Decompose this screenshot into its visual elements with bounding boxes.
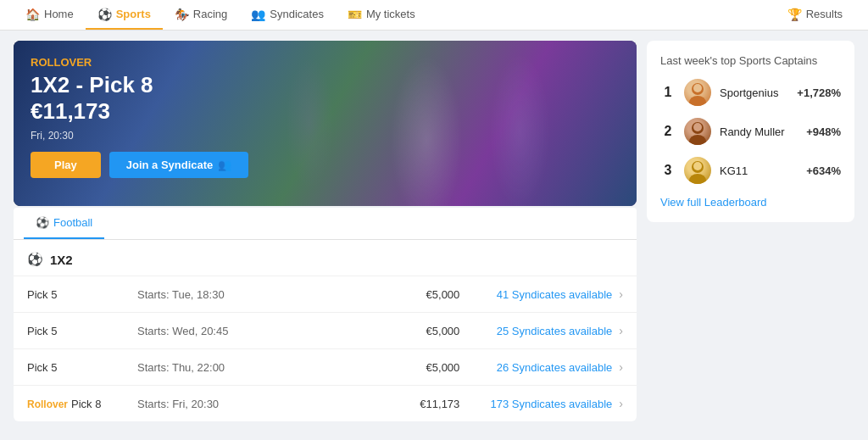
game-prize-4: €11,173 [383, 398, 459, 410]
game-row-3[interactable]: Pick 5 Starts: Thu, 22:00 €5,000 26 Synd… [14, 348, 637, 385]
leader-name-3: KG11 [720, 164, 798, 177]
leader-name-1: Sportgenius [720, 86, 788, 99]
avatar-2 [684, 118, 711, 145]
main-container: Rollover 1X2 - Pick 8 €11,173 Fri, 20:30… [0, 31, 868, 432]
nav-results[interactable]: 🏆 Results [776, 8, 854, 23]
chevron-right-icon-2: › [619, 324, 623, 337]
game-syndicates-2: 25 Syndicates available [459, 325, 612, 337]
nav-racing[interactable]: 🏇 Racing [163, 0, 239, 30]
leader-rank-1: 1 [660, 85, 676, 100]
leaderboard-card: Last week's top Sports Captains 1 Sportg… [647, 41, 854, 222]
game-section-icon: ⚽ [27, 252, 43, 267]
game-name-4: RolloverPick 8 [27, 398, 137, 410]
tab-football[interactable]: ⚽ Football [24, 208, 104, 239]
navbar: 🏠 Home ⚽ Sports 🏇 Racing 👥 Syndicates 🎫 … [0, 0, 868, 31]
svg-point-7 [693, 162, 702, 170]
syndicates-icon: 👥 [251, 8, 265, 21]
leaderboard-title: Last week's top Sports Captains [660, 54, 841, 67]
leader-row-3: 3 KG11 +634% [660, 157, 841, 184]
game-starts-4: Starts: Fri, 20:30 [137, 398, 383, 410]
football-tab-icon: ⚽ [36, 216, 49, 229]
tickets-icon: 🎫 [348, 8, 362, 21]
hero-rollover-label: Rollover [31, 56, 248, 69]
nav-mytickets-label: My tickets [366, 8, 415, 20]
game-prize-3: €5,000 [383, 361, 459, 374]
chevron-right-icon-1: › [619, 287, 623, 301]
football-tab-label: Football [53, 216, 92, 229]
right-panel: Last week's top Sports Captains 1 Sportg… [647, 41, 854, 421]
svg-point-8 [689, 174, 706, 184]
nav-racing-label: Racing [193, 8, 227, 20]
leader-score-3: +634% [806, 164, 841, 177]
game-syndicates-1: 41 Syndicates available [459, 288, 612, 301]
leader-row-1: 1 Sportgenius +1,728% [660, 79, 841, 106]
game-name-3: Pick 5 [27, 361, 137, 374]
game-starts-2: Starts: Wed, 20:45 [137, 325, 383, 337]
nav-results-label: Results [806, 8, 843, 20]
join-syndicate-label: Join a Syndicate [126, 159, 214, 171]
tabs-bar: ⚽ Football [14, 208, 637, 240]
syndicate-join-icon: 👥 [218, 159, 231, 171]
racing-icon: 🏇 [175, 8, 189, 21]
nav-syndicates[interactable]: 👥 Syndicates [239, 0, 336, 30]
join-syndicate-button[interactable]: Join a Syndicate 👥 [109, 152, 249, 178]
nav-mytickets[interactable]: 🎫 My tickets [336, 0, 427, 30]
svg-point-1 [693, 84, 702, 92]
leader-name-2: Randy Muller [720, 125, 798, 138]
results-icon: 🏆 [787, 8, 802, 21]
view-leaderboard-link[interactable]: View full Leaderboard [660, 196, 841, 209]
leader-score-2: +948% [806, 125, 841, 138]
leader-rank-3: 3 [660, 163, 676, 178]
hero-banner: Rollover 1X2 - Pick 8 €11,173 Fri, 20:30… [14, 41, 637, 206]
game-starts-3: Starts: Thu, 22:00 [137, 361, 383, 374]
nav-sports-label: Sports [116, 8, 151, 20]
avatar-3 [684, 157, 711, 184]
chevron-right-icon-4: › [619, 397, 623, 410]
chevron-right-icon-3: › [619, 360, 623, 374]
svg-point-2 [689, 96, 706, 106]
hero-content: Rollover 1X2 - Pick 8 €11,173 Fri, 20:30… [31, 56, 248, 178]
game-section: ⚽ 1X2 Pick 5 Starts: Tue, 18:30 €5,000 4… [14, 240, 637, 421]
home-icon: 🏠 [25, 8, 40, 21]
hero-buttons: Play Join a Syndicate 👥 [31, 152, 248, 178]
nav-home-label: Home [44, 8, 74, 20]
game-section-title: 1X2 [50, 253, 73, 267]
game-name-2: Pick 5 [27, 325, 137, 337]
leader-score-1: +1,728% [797, 86, 841, 99]
leader-rank-2: 2 [660, 124, 676, 139]
game-row-1[interactable]: Pick 5 Starts: Tue, 18:30 €5,000 41 Synd… [14, 276, 637, 312]
sports-icon: ⚽ [97, 8, 112, 21]
game-prize-2: €5,000 [383, 325, 459, 337]
hero-date: Fri, 20:30 [31, 130, 248, 142]
rollover-badge-4: Rollover [27, 398, 68, 410]
game-starts-1: Starts: Tue, 18:30 [137, 288, 383, 301]
game-prize-1: €5,000 [383, 288, 459, 301]
hero-title: 1X2 - Pick 8 [31, 72, 248, 98]
nav-sports[interactable]: ⚽ Sports [86, 0, 163, 30]
game-syndicates-3: 26 Syndicates available [459, 361, 612, 374]
game-row-2[interactable]: Pick 5 Starts: Wed, 20:45 €5,000 25 Synd… [14, 312, 637, 348]
hero-amount: €11,173 [31, 98, 248, 125]
svg-point-5 [689, 135, 706, 145]
game-name-1: Pick 5 [27, 288, 137, 301]
nav-home[interactable]: 🏠 Home [14, 0, 86, 30]
game-row-4[interactable]: RolloverPick 8 Starts: Fri, 20:30 €11,17… [14, 385, 637, 421]
avatar-1 [684, 79, 711, 106]
game-section-header: ⚽ 1X2 [14, 240, 637, 276]
game-syndicates-4: 173 Syndicates available [459, 398, 612, 410]
left-panel: Rollover 1X2 - Pick 8 €11,173 Fri, 20:30… [14, 41, 637, 421]
nav-syndicates-label: Syndicates [270, 8, 324, 20]
leader-row-2: 2 Randy Muller +948% [660, 118, 841, 145]
play-button[interactable]: Play [31, 152, 101, 178]
svg-point-4 [693, 123, 702, 131]
